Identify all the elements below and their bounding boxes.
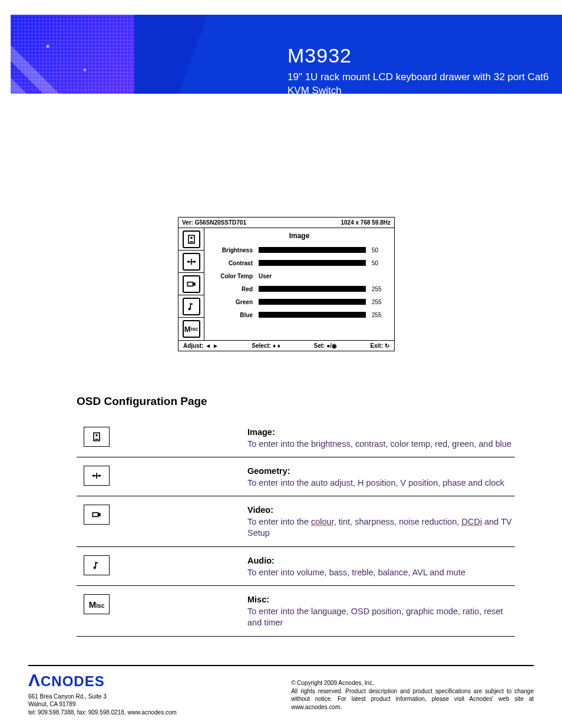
slider-contrast[interactable] xyxy=(259,260,366,266)
desc-row-audio: Audio: To enter into volume, bass, trebl… xyxy=(77,547,515,586)
osd-panel: Ver: G56SN20SSTD701 1024 x 768 59.8Hz xyxy=(178,217,395,351)
disclaimer: All rights reserved. Product description… xyxy=(291,687,534,711)
osd-hint-adjust: Adjust: ◄ ► xyxy=(183,342,219,349)
copyright-line: © Copyright 2009 Acnodes, Inc. xyxy=(291,679,534,687)
desc-row-video: Video: To enter into the colour, tint, s… xyxy=(77,496,515,547)
desc-title: Misc: xyxy=(247,594,515,606)
osd-tab-geometry[interactable] xyxy=(178,251,204,273)
svg-point-1 xyxy=(190,236,193,239)
osd-tab-misc[interactable]: Misc xyxy=(178,318,204,340)
desc-title: Video: xyxy=(247,505,515,516)
osd-row-colortemp: Color Temp User xyxy=(209,269,389,282)
desc-body: To enter into the auto adjust, H positio… xyxy=(247,477,515,489)
footer-address-2: Walnut, CA 91789 xyxy=(28,700,177,709)
desc-title: Image: xyxy=(247,427,515,439)
footer-contact: tel: 909.598.7388, fax: 909.598.0218, ww… xyxy=(28,709,177,717)
video-icon xyxy=(183,275,200,293)
music-note-icon xyxy=(183,298,200,315)
osd-tab-audio[interactable] xyxy=(178,295,204,318)
osd-row-contrast: Contrast 50 xyxy=(209,256,389,269)
product-subtitle: 19" 1U rack mount LCD keyboard drawer wi… xyxy=(287,71,562,94)
header-banner: M3932 19" 1U rack mount LCD keyboard dra… xyxy=(11,15,562,94)
music-note-icon xyxy=(84,555,110,575)
desc-row-misc: Misc Misc: To enter into the language, O… xyxy=(77,586,515,637)
desc-body: To enter into the colour, tint, sharpnes… xyxy=(247,516,515,539)
svg-marker-12 xyxy=(92,475,94,477)
osd-resolution: 1024 x 768 59.8Hz xyxy=(340,219,391,226)
desc-body: To enter into the language, OSD position… xyxy=(247,606,515,629)
osd-main: Image Brightness 50 Contrast 50 Color Te… xyxy=(204,228,394,340)
osd-tab-image[interactable] xyxy=(178,228,204,251)
slider-brightness[interactable] xyxy=(259,247,366,253)
osd-page-title: Image xyxy=(209,232,389,240)
osd-row-blue: Blue 255 xyxy=(209,308,389,321)
osd-tab-video[interactable] xyxy=(178,273,204,295)
svg-marker-13 xyxy=(99,475,101,477)
slider-blue[interactable] xyxy=(259,312,366,318)
header-text: M3932 19" 1U rack mount LCD keyboard dra… xyxy=(287,44,562,94)
desc-body: To enter into volume, bass, treble, bala… xyxy=(247,567,515,579)
osd-header-bar: Ver: G56SN20SSTD701 1024 x 768 59.8Hz xyxy=(178,218,394,228)
arrows-icon xyxy=(84,466,110,486)
osd-footer-bar: Adjust: ◄ ► Select: ♦ ♦ Set: ●/◉ Exit: ↻ xyxy=(178,340,394,351)
arrows-icon xyxy=(183,253,200,271)
product-model: M3932 xyxy=(287,44,562,67)
svg-point-8 xyxy=(188,308,190,310)
header-thumbnail xyxy=(11,15,134,94)
osd-row-green: Green 255 xyxy=(209,295,389,308)
osd-row-brightness: Brightness 50 xyxy=(209,243,389,256)
osd-hint-exit: Exit: ↻ xyxy=(371,342,389,349)
misc-icon: Misc xyxy=(183,320,200,338)
svg-point-10 xyxy=(95,434,98,437)
svg-marker-3 xyxy=(187,260,189,263)
svg-rect-6 xyxy=(187,282,193,286)
desc-body: To enter into the brightness, contrast, … xyxy=(247,439,515,450)
svg-point-17 xyxy=(94,566,96,569)
osd-hint-set: Set: ●/◉ xyxy=(313,342,337,349)
osd-description-list: Image: To enter into the brightness, con… xyxy=(77,419,515,637)
desc-row-geometry: Geometry: To enter into the auto adjust,… xyxy=(77,457,515,496)
svg-marker-4 xyxy=(194,260,196,263)
person-icon xyxy=(84,427,110,447)
slider-red[interactable] xyxy=(259,286,366,292)
footer-right: © Copyright 2009 Acnodes, Inc. All right… xyxy=(291,668,534,716)
desc-row-image: Image: To enter into the brightness, con… xyxy=(77,419,515,457)
slider-green[interactable] xyxy=(259,299,366,305)
misc-icon: Misc xyxy=(84,594,110,614)
video-icon xyxy=(84,505,110,525)
osd-version: Ver: G56SN20SSTD701 xyxy=(182,219,246,226)
brand-logo: ΛCNODES xyxy=(28,668,177,693)
section-heading: OSD Configuration Page xyxy=(77,395,207,408)
desc-title: Geometry: xyxy=(247,466,515,477)
page-footer: ΛCNODES 661 Brea Canyon Rd., Suite 3 Wal… xyxy=(28,665,534,716)
person-icon xyxy=(183,230,200,248)
footer-left: ΛCNODES 661 Brea Canyon Rd., Suite 3 Wal… xyxy=(28,668,177,716)
osd-row-red: Red 255 xyxy=(209,282,389,295)
footer-address-1: 661 Brea Canyon Rd., Suite 3 xyxy=(28,693,177,701)
osd-tab-strip: Misc xyxy=(178,228,204,340)
desc-title: Audio: xyxy=(247,555,515,567)
svg-rect-15 xyxy=(92,513,98,517)
osd-hint-select: Select: ♦ ♦ xyxy=(252,342,280,349)
